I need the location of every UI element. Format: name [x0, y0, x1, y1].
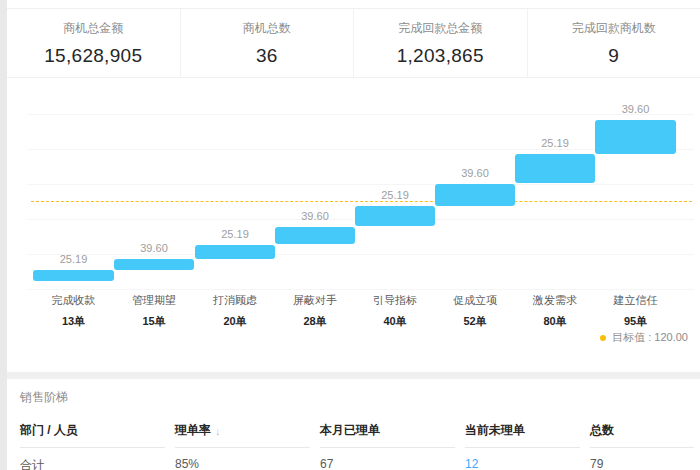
category-axis-label: 引导指标40单 — [352, 293, 438, 329]
category-name: 促成立项 — [432, 293, 518, 308]
stat-card: 商机总数36 — [181, 9, 355, 77]
category-axis-label: 建立信任95单 — [593, 293, 679, 329]
gridline — [27, 254, 694, 255]
category-name: 引导指标 — [352, 293, 438, 308]
page-background-strip — [0, 0, 7, 470]
category-axis-label: 促成立项52单 — [432, 293, 518, 329]
stat-label: 完成回款总金额 — [398, 20, 482, 37]
unhandled-count-link[interactable]: 12 — [465, 448, 580, 470]
category-count: 52单 — [432, 314, 518, 329]
bar-value-label: 25.19 — [355, 189, 435, 201]
column-header: 当前未理单 — [465, 416, 580, 448]
column-header-label: 当前未理单 — [465, 422, 525, 439]
category-axis-label: 完成收款13单 — [31, 293, 117, 329]
category-count: 15单 — [111, 314, 197, 329]
category-name: 完成收款 — [31, 293, 117, 308]
table-cell: 67 — [320, 448, 455, 470]
chart-bar[interactable] — [114, 259, 194, 270]
section-divider — [7, 372, 700, 379]
column-header-label: 本月已理单 — [320, 422, 380, 439]
target-legend-dot-icon — [600, 335, 606, 341]
chart-bar[interactable] — [595, 120, 676, 154]
sales-ladder-chart: 25.19完成收款13单39.60管理期望15单25.19打消顾虑20单39.6… — [7, 79, 700, 372]
stat-value: 9 — [608, 45, 619, 67]
category-count: 28单 — [272, 314, 358, 329]
stat-card: 商机总金额15,628,905 — [7, 9, 181, 77]
column-header: 本月已理单 — [320, 416, 455, 448]
chart-bar[interactable] — [195, 245, 275, 259]
table-cell: 85% — [175, 448, 310, 470]
chart-bar[interactable] — [33, 270, 114, 281]
chart-bar[interactable] — [515, 154, 595, 183]
gridline — [27, 184, 694, 185]
category-name: 建立信任 — [593, 293, 679, 308]
bar-value-label: 39.60 — [435, 167, 515, 179]
column-header-label: 总数 — [590, 422, 614, 439]
category-count: 95单 — [593, 314, 679, 329]
target-legend-label: 目标值 : 120.00 — [612, 330, 688, 345]
category-axis-label: 打消顾虑20单 — [192, 293, 278, 329]
table-title: 销售阶梯 — [20, 389, 694, 406]
bar-value-label: 25.19 — [515, 137, 595, 149]
table-cell: 79 — [590, 448, 694, 470]
category-axis-label: 屏蔽对手28单 — [272, 293, 358, 329]
stat-value: 36 — [256, 45, 278, 67]
category-name: 打消顾虑 — [192, 293, 278, 308]
bar-value-label: 25.19 — [33, 253, 114, 265]
stat-label: 商机总数 — [243, 20, 291, 37]
stat-value: 1,203,865 — [397, 45, 484, 67]
stat-label: 商机总金额 — [63, 20, 123, 37]
gridline — [27, 114, 694, 115]
bar-value-label: 25.19 — [195, 228, 275, 240]
stat-label: 完成回款商机数 — [572, 20, 656, 37]
target-value-line — [31, 201, 692, 202]
stats-bar: 商机总金额15,628,905商机总数36完成回款总金额1,203,865完成回… — [7, 8, 700, 78]
category-name: 管理期望 — [111, 293, 197, 308]
bar-value-label: 39.60 — [114, 242, 194, 254]
sales-ladder-table: 部门 / 人员理单率↓本月已理单当前未理单总数合计85%671279 — [20, 416, 694, 470]
chart-bar[interactable] — [435, 184, 515, 206]
column-header-label: 理单率 — [175, 422, 211, 439]
sort-descending-icon[interactable]: ↓ — [215, 425, 221, 437]
dashboard-content: 商机总金额15,628,905商机总数36完成回款总金额1,203,865完成回… — [7, 0, 700, 470]
chart-bar[interactable] — [275, 227, 355, 244]
column-header: 总数 — [590, 416, 694, 448]
category-count: 40单 — [352, 314, 438, 329]
bar-value-label: 39.60 — [595, 103, 676, 115]
target-legend: 目标值 : 120.00 — [600, 330, 688, 345]
chart-bar[interactable] — [355, 206, 435, 226]
column-header: 部门 / 人员 — [20, 416, 165, 448]
stat-card: 完成回款总金额1,203,865 — [354, 9, 528, 77]
bar-value-label: 39.60 — [275, 210, 355, 222]
gridline — [27, 149, 694, 150]
category-count: 13单 — [31, 314, 117, 329]
dashboard-page: 商机总金额15,628,905商机总数36完成回款总金额1,203,865完成回… — [0, 0, 700, 470]
column-header-label: 部门 / 人员 — [20, 422, 78, 439]
category-name: 激发需求 — [512, 293, 598, 308]
category-axis-label: 激发需求80单 — [512, 293, 598, 329]
category-name: 屏蔽对手 — [272, 293, 358, 308]
stat-card: 完成回款商机数9 — [528, 9, 700, 77]
gridline — [27, 289, 694, 290]
category-count: 20单 — [192, 314, 278, 329]
column-header[interactable]: 理单率↓ — [175, 416, 310, 448]
table-cell: 合计 — [20, 448, 165, 470]
sales-ladder-table-card: 销售阶梯 部门 / 人员理单率↓本月已理单当前未理单总数合计85%671279 — [7, 379, 700, 470]
category-count: 80单 — [512, 314, 598, 329]
category-axis-label: 管理期望15单 — [111, 293, 197, 329]
stat-value: 15,628,905 — [44, 45, 142, 67]
